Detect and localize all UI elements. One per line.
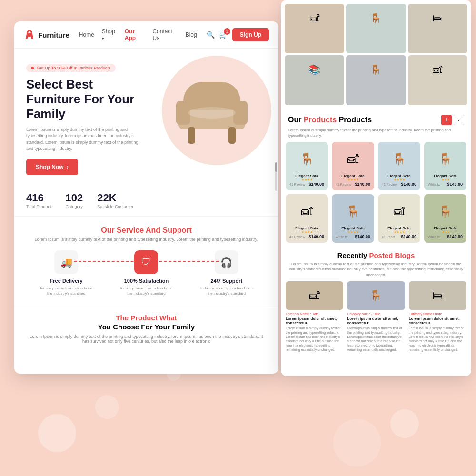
support-icon-wrap: 🎧 [215,250,238,274]
product-image: 🛋 [382,198,416,224]
nav-home[interactable]: Home [79,31,94,38]
product-stars: ★★★★ [382,178,416,182]
blog-card[interactable]: 🛏 Category Name / Date Lorem ipsum dolor… [409,281,466,352]
product-card[interactable]: 🪑 Elegant Sofa ★★★ White.tx $140.00 [424,194,466,243]
product-reviews: 41 Review [382,183,397,186]
gallery-grid: 🛋 🪑 🛏 📚 🪑 🛋 [281,0,471,109]
product-name: Elegant Sofa [289,226,324,230]
service-connector-line [74,261,219,262]
nav-shop[interactable]: Shop [102,28,117,41]
satisfaction-icon-wrap: 🛡 [134,250,158,274]
gallery-item: 🛋 [285,4,344,53]
product-name: Elegant Sofa [336,174,370,178]
blog-card[interactable]: 🪑 Category Name / Date Lorem ipsum dolor… [347,281,405,352]
product-card[interactable]: 🪑 Elegant Sofa ★★★★ White.tx $140.00 [332,194,374,243]
product-reviews: White.tx [428,235,440,238]
badge-dot [31,67,34,69]
blogs-subtitle: Lorem ipsum is simply dummy text of the … [281,261,471,281]
gallery-image: 📚 [285,55,344,84]
shop-now-button[interactable]: Shop Now › [26,159,78,175]
product-image: 🪑 [428,198,463,224]
logo-icon [24,29,35,40]
product-card[interactable]: 🪑 Elegant Sofa ★★★★ 41 Review $140.00 [286,142,328,190]
product-reviews: White.tx [336,235,347,238]
blog-image: 🛏 [409,281,466,310]
arrow-icon: › [67,164,69,170]
product-stars: ★★★★ [289,178,324,182]
blog-title: Lorem ipsum dolor sit amet, consectetur. [409,317,466,325]
service-card-title: Free Delivery [38,278,95,284]
signup-button[interactable]: Sign Up [232,28,269,41]
service-card-desc: Industry. orem Ipsum has been the indust… [198,286,255,296]
blog-description: Lorem ipsum is simply dummy text of the … [286,326,343,352]
gallery-image: 🛋 [408,55,467,84]
nav-actions: 🔍 🛒 1 Sign Up [207,28,269,41]
gallery-image: 🪑 [346,4,406,32]
product-card[interactable]: 🪑 Elegant Sofa ★★★ White.tx $140.00 [424,142,466,190]
gallery-image: 🛏 [408,4,467,32]
cart-icon[interactable]: 🛒 1 [219,31,228,39]
right-panel: 🛋 🪑 🛏 📚 🪑 🛋 Our Products Products 1 › Lo… [281,0,471,376]
nav-blog[interactable]: Blog [186,31,197,38]
logo[interactable]: Furniture [24,29,69,40]
product-price: $140.00 [447,234,463,239]
trend-next-button[interactable]: › [454,115,464,125]
search-icon[interactable]: 🔍 [207,31,215,39]
product-section-description: Lorem Ipsum is simply dummy text of the … [26,334,267,344]
product-stars: ★★★ [428,230,463,234]
gallery-item: 🛋 [408,55,467,105]
product-reviews: 41 Review [289,235,305,238]
product-section-subtitle: You Choose For Your Family [26,322,267,332]
gallery-item: 🪑 [346,4,406,53]
blog-title: Lorem ipsum dolor sit amet, consectetur. [286,317,343,325]
product-image: 🪑 [382,146,416,172]
product-stars: ★★★★ [336,230,370,234]
service-card-desc: Industry. orem Ipsum has been the indust… [118,286,175,296]
product-image: 🪑 [289,146,324,172]
nav-our-app[interactable]: Our App [125,28,145,41]
products-grid-row1: 🪑 Elegant Sofa ★★★★ 41 Review $140.00 🛋 … [281,142,471,194]
product-card[interactable]: 🛋 Elegant Sofa ★★★★ 41 Review $140.00 [332,142,374,190]
product-reviews: 41 React [382,235,395,238]
scrollbar[interactable] [275,162,277,191]
badge-text: Get Up To 50% Off In Various Products [37,66,111,70]
svg-rect-4 [188,127,195,144]
product-stars: ★★★★ [336,178,370,182]
product-name: Elegant Sofa [289,174,324,178]
svg-rect-5 [228,127,236,144]
trend-prev-button[interactable]: 1 [441,115,452,125]
blog-title: Lorem ipsum dolor sit amet, consectetur. [347,317,405,325]
nav-links: Home Shop Our App Contact Us Blog [79,28,197,41]
trending-title: Our Products Products [288,116,372,124]
product-card[interactable]: 🛋 Elegant Sofa ★★★★ 41 React $140.00 [378,194,420,243]
service-card-delivery: 🚚 Free Delivery Industry. orem Ipsum has… [38,250,95,296]
gallery-image: 🪑 [346,55,406,84]
product-reviews: 41 Review [336,183,351,186]
product-name: Elegant Sofa [382,174,416,178]
stat-label: Category [66,204,83,209]
bg-decor-circle [95,395,119,419]
product-card[interactable]: 🪑 Elegant Sofa ★★★★ 41 Review $140.00 [378,142,420,190]
product-section-title: The Product What [26,313,267,323]
hero-title: Select Best Furniture For Your Family [26,77,150,122]
stat-number: 102 [66,192,83,204]
service-section: Our Service And Support Lorem Ipsum is s… [14,216,278,306]
product-image: 🪑 [428,146,463,172]
product-price: $140.00 [401,182,416,187]
service-card-title: 24/7 Support [198,278,255,284]
blog-card[interactable]: 🛋 Category Name / Date Lorem ipsum dolor… [286,281,343,352]
satisfaction-icon: 🛡 [141,257,151,268]
product-image: 🛋 [336,146,370,172]
product-name: Elegant Sofa [428,174,463,178]
service-card-desc: Industry. orem Ipsum has been the indust… [38,286,95,296]
product-name: Elegant Sofa [428,226,463,230]
stat-label: Total Product [26,204,51,209]
nav-contact[interactable]: Contact Us [152,28,178,41]
gallery-item: 🪑 [346,55,406,105]
stat-label: Satisfide Customer [97,204,133,209]
service-cards: 🚚 Free Delivery Industry. orem Ipsum has… [26,250,267,296]
product-image: 🛋 [289,198,324,224]
scrollbar-thumb[interactable] [275,162,277,172]
bg-decor-circle [333,419,381,466]
product-card[interactable]: 🛋 Elegant Sofa ★★★★ 41 Review $140.00 [286,194,328,243]
